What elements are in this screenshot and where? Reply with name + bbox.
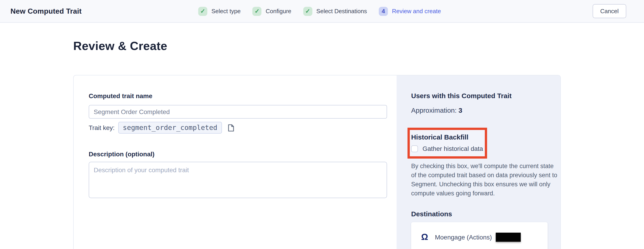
- gather-historical-data-label: Gather historical data: [422, 145, 483, 152]
- step-done-check-icon: ✓: [303, 6, 312, 16]
- description-textarea[interactable]: [89, 162, 387, 198]
- approximation-value: 3: [458, 106, 462, 114]
- wizard-header: New Computed Trait ✓ Select type ✓ Confi…: [0, 0, 644, 23]
- trait-key-label: Trait key:: [89, 124, 114, 131]
- trait-key-value-chip: segment_order_completed: [118, 122, 222, 134]
- wizard-title: New Computed Trait: [10, 0, 82, 22]
- gather-historical-data-checkbox[interactable]: [411, 145, 418, 152]
- computed-trait-name-input[interactable]: [89, 105, 387, 119]
- step-done-check-icon: ✓: [252, 6, 262, 16]
- step-configure[interactable]: ✓ Configure: [252, 6, 291, 16]
- users-heading: Users with this Computed Trait: [411, 92, 560, 99]
- redacted-text-block: [496, 233, 520, 242]
- step-select-destinations[interactable]: ✓ Select Destinations: [303, 6, 367, 16]
- gather-historical-data-row: Gather historical data: [411, 145, 485, 152]
- approximation-row: Approximation:3: [411, 106, 560, 114]
- trait-key-row: Trait key: segment_order_completed: [89, 122, 396, 134]
- description-label: Description (optional): [89, 150, 396, 158]
- destinations-heading: Destinations: [411, 210, 560, 218]
- historical-backfill-annotation: Historical Backfill Gather historical da…: [408, 128, 487, 159]
- computed-trait-name-label: Computed trait name: [89, 92, 396, 99]
- copy-icon[interactable]: [228, 124, 234, 132]
- destination-name: Moengage (Actions): [435, 233, 492, 241]
- cancel-button[interactable]: Cancel: [592, 4, 626, 18]
- step-review-and-create[interactable]: 4 Review and create: [379, 6, 441, 16]
- step-number-badge: 4: [379, 6, 388, 16]
- destination-item-moengage[interactable]: Ω Moengage (Actions): [411, 222, 548, 249]
- historical-backfill-heading: Historical Backfill: [411, 133, 485, 141]
- summary-sidebar: Users with this Computed Trait Approxima…: [396, 75, 560, 249]
- page-title: Review & Create: [73, 39, 167, 53]
- approximation-label: Approximation:: [411, 106, 456, 114]
- trait-form-section: Computed trait name Trait key: segment_o…: [74, 75, 396, 249]
- step-select-type[interactable]: ✓ Select type: [198, 6, 241, 16]
- step-label: Review and create: [392, 8, 441, 14]
- moengage-logo-icon: Ω: [421, 233, 428, 241]
- step-label: Select type: [212, 8, 241, 14]
- step-label: Configure: [266, 8, 291, 14]
- app-window: New Computed Trait ✓ Select type ✓ Confi…: [0, 0, 644, 249]
- backfill-description: By checking this box, we'll compute the …: [411, 162, 558, 198]
- step-done-check-icon: ✓: [198, 6, 208, 16]
- step-label: Select Destinations: [316, 8, 367, 14]
- review-panel: Computed trait name Trait key: segment_o…: [73, 75, 561, 249]
- wizard-stepper: ✓ Select type ✓ Configure ✓ Select Desti…: [198, 0, 441, 22]
